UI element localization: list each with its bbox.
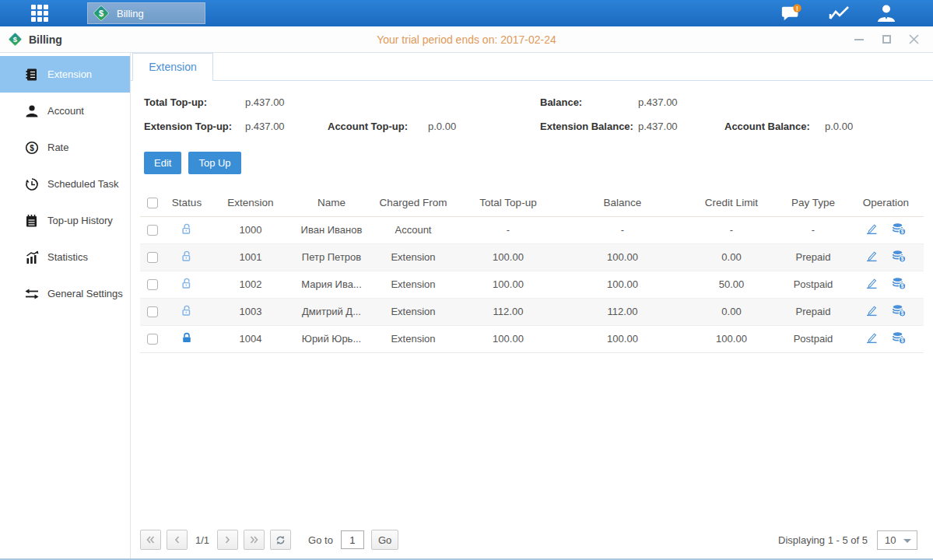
next-page-button[interactable] [217,530,238,550]
notifications-button[interactable]: ! [780,3,802,23]
cell-balance: 112.00 [560,298,685,325]
top-navbar: Billing ! [0,0,933,26]
close-button[interactable] [908,34,919,45]
tabstrip: Extension [131,53,933,81]
clock-icon [24,177,39,191]
user-account-button[interactable] [875,3,897,23]
sidebar-item-label: Rate [47,142,68,153]
svg-text:$: $ [30,144,34,152]
top-up-button[interactable]: Top Up [188,152,240,174]
svg-text:$: $ [901,256,904,262]
cell-total-topup: - [456,216,560,243]
table-header-row: Status Extension Name Charged From Total… [140,190,924,216]
cell-name: Юрий Юрь... [293,325,370,352]
cell-name: Иван Иванов [293,216,370,243]
edit-button[interactable]: Edit [144,152,181,174]
edit-row-button[interactable] [865,304,879,319]
close-icon [909,34,919,44]
prev-page-icon [174,536,180,544]
cell-pay-type: Postpaid [778,271,848,298]
top-up-row-button[interactable]: $ [892,304,907,320]
table-row: 1001 Петр Петров Extension 100.00 100.00… [140,243,924,271]
table-row: 1000 Иван Иванов Account - - - - $ [140,216,924,243]
status-lock-icon[interactable] [181,222,193,237]
top-up-row-button[interactable]: $ [892,331,907,347]
billing-dollar-icon [93,5,110,22]
billing-app-window: Billing ! [0,0,933,560]
first-page-button[interactable] [140,530,161,550]
select-all-checkbox[interactable] [147,198,158,208]
cell-total-topup: 112.00 [456,298,560,325]
extension-balance-value: p.437.00 [638,121,724,132]
balance-summary: Total Top-up: p.437.00 Balance: p.437.00… [131,81,933,138]
maximize-icon [882,35,891,44]
sidebar-item-scheduled-task[interactable]: Scheduled Task [0,166,130,202]
sidebar-item-general-settings[interactable]: General Settings [0,275,130,312]
cell-extension: 1002 [209,271,293,298]
monitor-button[interactable] [828,3,850,23]
page-indicator: 1/1 [195,534,209,546]
displaying-info: Displaying 1 - 5 of 5 [778,534,868,546]
last-page-button[interactable] [244,530,265,550]
col-name: Name [293,190,370,216]
prev-page-button[interactable] [167,530,188,550]
col-credit-limit: Credit Limit [685,190,778,216]
sidebar-item-topup-history[interactable]: Top-up History [0,202,130,239]
col-extension: Extension [209,190,293,216]
cell-charged-from: Extension [370,298,456,325]
edit-row-button[interactable] [865,277,879,292]
goto-page-input[interactable] [341,530,364,549]
account-person-icon [24,103,39,118]
cell-charged-from: Extension [370,271,456,298]
top-up-row-button[interactable]: $ [892,250,907,265]
edit-row-button[interactable] [865,250,879,264]
row-checkbox[interactable] [147,334,158,345]
row-checkbox[interactable] [147,279,158,290]
maximize-button[interactable] [881,34,892,45]
svg-text:$: $ [901,310,904,317]
row-checkbox[interactable] [147,225,158,236]
top-up-row-button[interactable]: $ [892,222,907,238]
extension-topup-value: p.437.00 [245,121,328,132]
extension-balance-label: Extension Balance: [540,121,638,132]
status-lock-icon[interactable] [181,304,193,319]
sidebar-item-label: Extension [47,68,92,80]
sidebar-item-label: Account [47,105,84,117]
cell-pay-type: Prepaid [778,243,848,271]
minimize-icon [854,39,864,40]
sidebar-item-rate[interactable]: $ Rate [0,129,130,166]
refresh-button[interactable] [270,530,291,550]
sidebar-item-extension[interactable]: Extension [0,56,130,93]
sidebar-item-statistics[interactable]: Statistics [0,239,130,275]
page-size-select[interactable]: 10 [877,530,917,550]
row-checkbox[interactable] [147,306,158,317]
sidebar-item-account[interactable]: Account [0,93,130,129]
cell-balance: 100.00 [560,325,685,352]
col-status: Status [165,190,209,216]
cell-pay-type: Postpaid [778,325,848,352]
refresh-icon [275,535,286,545]
app-menu-button[interactable] [26,0,53,26]
go-button[interactable]: Go [371,530,398,550]
status-lock-icon[interactable] [181,277,193,292]
svg-text:$: $ [901,283,904,289]
cell-credit-limit: 0.00 [685,298,778,325]
status-lock-icon[interactable] [181,331,193,346]
extension-topup-label: Extension Top-up: [144,121,245,132]
edit-row-button[interactable] [865,222,879,237]
tab-extension[interactable]: Extension [132,53,213,81]
chevron-down-icon [903,539,911,543]
top-up-row-button[interactable]: $ [892,277,907,292]
svg-text:!: ! [796,4,798,12]
status-lock-icon[interactable] [181,250,193,264]
minimize-button[interactable] [854,34,865,45]
sidebar: Extension Account $ Rate Scheduled Task [0,53,131,558]
billing-app-tab[interactable]: Billing [87,2,205,24]
main-content: Extension Total Top-up: p.437.00 Balance… [131,53,933,558]
cell-extension: 1004 [209,325,293,352]
edit-row-button[interactable] [865,331,879,346]
total-topup-label: Total Top-up: [144,96,245,108]
row-checkbox[interactable] [147,252,158,263]
app-grid-icon [31,5,48,22]
line-chart-icon [829,5,850,22]
